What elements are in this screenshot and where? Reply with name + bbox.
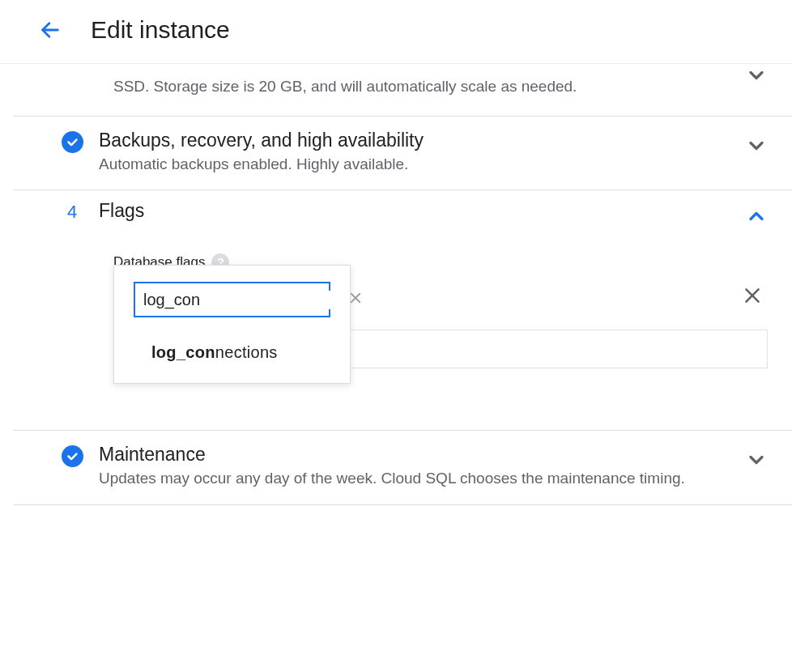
remove-flag-button[interactable] <box>742 285 763 309</box>
chevron-down-icon[interactable] <box>745 130 768 160</box>
page-title: Edit instance <box>91 16 230 44</box>
flag-dropdown-panel: log_connections <box>113 265 351 384</box>
maintenance-subtitle: Updates may occur any day of the week. C… <box>99 467 730 490</box>
section-flags: 4 Flags Database flags ? Choose one <box>13 190 792 431</box>
flag-search-input[interactable] <box>143 291 348 309</box>
content-area: SSD. Storage size is 20 GB, and will aut… <box>0 64 792 505</box>
section-backups[interactable]: Backups, recovery, and high availability… <box>13 117 792 191</box>
flags-title: Flags <box>99 200 730 222</box>
page-header: Edit instance <box>0 0 792 63</box>
clear-search-icon[interactable] <box>348 291 363 309</box>
back-arrow-icon[interactable] <box>39 19 62 41</box>
step-number: 4 <box>67 202 77 223</box>
backups-title: Backups, recovery, and high availability <box>99 130 730 151</box>
chevron-up-icon[interactable] <box>745 200 768 231</box>
maintenance-title: Maintenance <box>99 444 730 466</box>
backups-subtitle: Automatic backups enabled. Highly availa… <box>99 153 730 176</box>
check-circle-icon <box>62 131 83 153</box>
flag-search-wrap <box>134 282 330 317</box>
chevron-down-icon[interactable] <box>745 64 768 93</box>
section-maintenance[interactable]: Maintenance Updates may occur any day of… <box>13 431 792 505</box>
flag-option-log-connections[interactable]: log_connections <box>134 338 330 367</box>
chevron-down-icon[interactable] <box>745 444 768 474</box>
check-circle-icon <box>62 445 83 467</box>
storage-description: SSD. Storage size is 20 GB, and will aut… <box>113 78 577 95</box>
section-storage: SSD. Storage size is 20 GB, and will aut… <box>13 64 792 117</box>
